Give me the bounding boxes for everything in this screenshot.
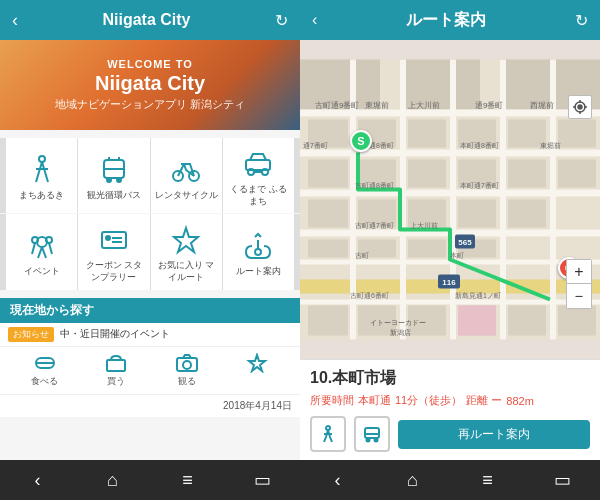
svg-text:上大川前: 上大川前 — [408, 101, 440, 110]
zoom-in-button[interactable]: + — [567, 260, 591, 284]
section-header: 現在地から探す — [0, 298, 300, 323]
shop-label: 買う — [107, 375, 125, 388]
svg-marker-21 — [174, 228, 198, 252]
svg-text:通9番町: 通9番町 — [475, 101, 503, 110]
svg-point-4 — [117, 178, 121, 182]
svg-rect-57 — [308, 200, 348, 228]
svg-rect-51 — [308, 160, 348, 188]
left-nav-back[interactable]: ‹ — [18, 460, 58, 500]
start-marker: S — [350, 130, 372, 152]
svg-point-102 — [326, 426, 330, 430]
bike-icon — [168, 154, 204, 186]
route-time-route: 本町通 — [358, 393, 391, 408]
route-distance-label: 距離 ー — [466, 393, 502, 408]
svg-text:西堀前: 西堀前 — [530, 101, 554, 110]
svg-point-16 — [46, 237, 52, 243]
shop-icon — [104, 353, 128, 373]
bottom-icon-food[interactable]: 食べる — [31, 353, 58, 388]
route-label: ルート案内 — [236, 266, 281, 278]
left-header: ‹ Niigata City ↻ — [0, 0, 300, 40]
svg-rect-25 — [107, 360, 125, 371]
right-panel: ‹ ルート案内 ↻ — [300, 0, 600, 500]
icon-walk[interactable]: まちあるき — [6, 138, 77, 213]
svg-rect-70 — [508, 306, 546, 336]
right-nav-share[interactable]: ▭ — [543, 460, 583, 500]
route-details: 所要時間 本町通 11分（徒歩） 距離 ー 882m — [310, 393, 590, 408]
coupon-icon — [96, 224, 132, 256]
svg-rect-47 — [408, 120, 446, 148]
svg-text:古町通7番町: 古町通7番町 — [355, 222, 394, 229]
star-icon — [168, 224, 204, 256]
icon-grid-row2: イベント クーポン スタンプラリー お気に入り マイルート — [0, 214, 300, 289]
svg-rect-50 — [558, 120, 596, 148]
bottom-icons-row: 食べる 買う 観る — [0, 347, 300, 394]
svg-text:本町通8番町: 本町通8番町 — [460, 142, 499, 149]
svg-point-12 — [262, 169, 268, 175]
welcome-banner: WELCOME TO Niigata City 地域ナビゲーションアプリ 新潟シ… — [0, 40, 300, 130]
icon-route[interactable]: ルート案内 — [223, 214, 294, 289]
icon-grid-row1: まちあるき 観光循環バス — [0, 138, 300, 213]
svg-text:本町通7番町: 本町通7番町 — [460, 182, 499, 189]
icon-bike[interactable]: レンタサイクル — [151, 138, 222, 213]
icon-event[interactable]: イベント — [6, 214, 77, 289]
bottom-icon-camera[interactable]: 観る — [175, 353, 199, 388]
bottom-icon-shop[interactable]: 買う — [104, 353, 128, 388]
bike-label: レンタサイクル — [155, 190, 218, 202]
route-time-value: 11分（徒歩） — [395, 393, 462, 408]
right-nav-home[interactable]: ⌂ — [393, 460, 433, 500]
svg-text:116: 116 — [442, 278, 456, 287]
camera-icon — [175, 353, 199, 373]
favorite-label: お気に入り マイルート — [155, 260, 218, 283]
svg-text:古町: 古町 — [355, 252, 369, 259]
svg-rect-61 — [508, 200, 546, 228]
left-panel: ‹ Niigata City ↻ WELCOME TO Niigata City… — [0, 0, 300, 500]
icon-bus[interactable]: 観光循環バス — [78, 138, 149, 213]
svg-rect-56 — [558, 160, 596, 188]
icon-coupon[interactable]: クーポン スタンプラリー — [78, 214, 149, 289]
right-title: ルート案内 — [406, 10, 486, 31]
zoom-controls: + － — [566, 259, 592, 309]
svg-rect-62 — [308, 240, 348, 258]
left-nav-bar: ‹ ⌂ ≡ ▭ — [0, 460, 300, 500]
right-nav-back[interactable]: ‹ — [318, 460, 358, 500]
icon-car[interactable]: くるまで ふるまち — [223, 138, 294, 213]
left-nav-home[interactable]: ⌂ — [93, 460, 133, 500]
camera-label: 観る — [178, 375, 196, 388]
reroute-button[interactable]: 再ルート案内 — [398, 420, 590, 449]
zoom-out-button[interactable]: － — [567, 284, 591, 308]
right-nav-menu[interactable]: ≡ — [468, 460, 508, 500]
car-label: くるまで ふるまち — [227, 184, 290, 207]
icon-favorite[interactable]: お気に入り マイルート — [151, 214, 222, 289]
route-walk-icon[interactable] — [310, 416, 346, 452]
left-nav-share[interactable]: ▭ — [243, 460, 283, 500]
svg-text:イトーヨーカドー: イトーヨーカドー — [370, 319, 426, 326]
right-header: ‹ ルート案内 ↻ — [300, 0, 600, 40]
route-bus-icon[interactable] — [354, 416, 390, 452]
svg-point-27 — [183, 361, 191, 369]
svg-text:新島見通1ノ町: 新島見通1ノ町 — [455, 292, 501, 299]
svg-rect-55 — [508, 160, 546, 188]
route-distance-value: 882m — [506, 395, 534, 407]
svg-text:通7番町: 通7番町 — [303, 142, 328, 149]
svg-point-97 — [578, 105, 582, 109]
location-button[interactable] — [568, 95, 592, 119]
svg-text:古町通9番町: 古町通9番町 — [315, 101, 359, 110]
route-place-name: 10.本町市場 — [310, 368, 590, 389]
svg-marker-28 — [249, 355, 265, 371]
welcome-small-text: WELCOME TO — [12, 58, 288, 70]
left-nav-menu[interactable]: ≡ — [168, 460, 208, 500]
left-back-button[interactable]: ‹ — [12, 10, 18, 31]
food-icon — [33, 353, 57, 373]
small-star-icon — [245, 353, 269, 373]
svg-point-18 — [106, 236, 110, 240]
route-info-panel: 10.本町市場 所要時間 本町通 11分（徒歩） 距離 ー 882m — [300, 359, 600, 460]
right-back-button[interactable]: ‹ — [312, 11, 317, 29]
bus-icon — [96, 154, 132, 186]
left-refresh-button[interactable]: ↻ — [275, 11, 288, 30]
date-text: 2018年4月14日 — [223, 399, 292, 413]
bottom-icon-star-small[interactable] — [245, 353, 269, 388]
food-label: 食べる — [31, 375, 58, 388]
right-refresh-button[interactable]: ↻ — [575, 11, 588, 30]
map-container[interactable]: 116 565 古町通9番町 東堀前 上大川前 通9番町 西堀前 通7番町 東堀… — [300, 40, 600, 359]
date-bar: 2018年4月14日 — [0, 394, 300, 417]
